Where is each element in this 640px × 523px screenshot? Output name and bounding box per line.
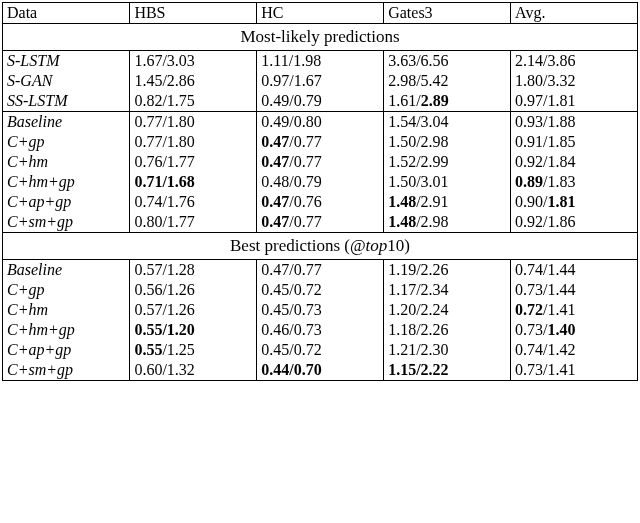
- row-label: C+ap+gp: [3, 192, 130, 212]
- table-row: C+sm+gp 0.60/1.32 0.44/0.70 1.15/2.22 0.…: [3, 360, 638, 381]
- row-label: C+hm: [3, 300, 130, 320]
- cell-hbs: 0.71/1.68: [130, 172, 257, 192]
- cell-hc: 0.45/0.72: [257, 280, 384, 300]
- cell-gates3: 1.21/2.30: [384, 340, 511, 360]
- col-gates3: Gates3: [384, 3, 511, 24]
- bottom-rule: [3, 381, 638, 382]
- cell-hc: 0.97/1.67: [257, 71, 384, 91]
- cell-gates3: 1.61/2.89: [384, 91, 511, 112]
- cell-avg: 0.91/1.85: [511, 132, 638, 152]
- table-row: C+ap+gp 0.55/1.25 0.45/0.72 1.21/2.30 0.…: [3, 340, 638, 360]
- cell-avg: 0.73/1.40: [511, 320, 638, 340]
- cell-gates3: 1.54/3.04: [384, 112, 511, 133]
- table-row: Baseline 0.77/1.80 0.49/0.80 1.54/3.04 0…: [3, 112, 638, 133]
- cell-hbs: 0.60/1.32: [130, 360, 257, 381]
- table-row: C+hm 0.57/1.26 0.45/0.73 1.20/2.24 0.72/…: [3, 300, 638, 320]
- table-row: S-GAN 1.45/2.86 0.97/1.67 2.98/5.42 1.80…: [3, 71, 638, 91]
- table-body: Most-likely predictions S-LSTM 1.67/3.03…: [3, 24, 638, 382]
- section-title: Best predictions (@top10): [3, 233, 638, 260]
- cell-hbs: 0.82/1.75: [130, 91, 257, 112]
- cell-gates3: 1.52/2.99: [384, 152, 511, 172]
- cell-gates3: 1.48/2.98: [384, 212, 511, 233]
- cell-avg: 2.14/3.86: [511, 51, 638, 72]
- cell-hc: 0.47/0.77: [257, 152, 384, 172]
- section-header: Most-likely predictions: [3, 24, 638, 51]
- cell-hbs: 0.55/1.25: [130, 340, 257, 360]
- row-label: Baseline: [3, 260, 130, 281]
- row-label: C+gp: [3, 132, 130, 152]
- cell-hc: 0.47/0.77: [257, 212, 384, 233]
- row-label: Baseline: [3, 112, 130, 133]
- col-avg: Avg.: [511, 3, 638, 24]
- table-row: Baseline 0.57/1.28 0.47/0.77 1.19/2.26 0…: [3, 260, 638, 281]
- row-label: C+gp: [3, 280, 130, 300]
- cell-hbs: 0.57/1.26: [130, 300, 257, 320]
- cell-avg: 0.73/1.44: [511, 280, 638, 300]
- cell-hc: 0.44/0.70: [257, 360, 384, 381]
- table-row: SS-LSTM 0.82/1.75 0.49/0.79 1.61/2.89 0.…: [3, 91, 638, 112]
- cell-avg: 0.74/1.44: [511, 260, 638, 281]
- table-row: C+hm+gp 0.71/1.68 0.48/0.79 1.50/3.01 0.…: [3, 172, 638, 192]
- col-data: Data: [3, 3, 130, 24]
- cell-avg: 0.90/1.81: [511, 192, 638, 212]
- table-row: C+sm+gp 0.80/1.77 0.47/0.77 1.48/2.98 0.…: [3, 212, 638, 233]
- section-title: Most-likely predictions: [3, 24, 638, 51]
- section-header: Best predictions (@top10): [3, 233, 638, 260]
- cell-avg: 0.97/1.81: [511, 91, 638, 112]
- cell-gates3: 3.63/6.56: [384, 51, 511, 72]
- cell-hbs: 0.80/1.77: [130, 212, 257, 233]
- cell-gates3: 1.20/2.24: [384, 300, 511, 320]
- cell-gates3: 1.50/3.01: [384, 172, 511, 192]
- table-row: C+gp 0.56/1.26 0.45/0.72 1.17/2.34 0.73/…: [3, 280, 638, 300]
- table-row: C+hm+gp 0.55/1.20 0.46/0.73 1.18/2.26 0.…: [3, 320, 638, 340]
- cell-hbs: 0.55/1.20: [130, 320, 257, 340]
- cell-gates3: 1.15/2.22: [384, 360, 511, 381]
- cell-gates3: 1.50/2.98: [384, 132, 511, 152]
- row-label: C+sm+gp: [3, 360, 130, 381]
- table-row: S-LSTM 1.67/3.03 1.11/1.98 3.63/6.56 2.1…: [3, 51, 638, 72]
- row-label: C+sm+gp: [3, 212, 130, 233]
- cell-gates3: 2.98/5.42: [384, 71, 511, 91]
- cell-hbs: 0.76/1.77: [130, 152, 257, 172]
- cell-avg: 0.93/1.88: [511, 112, 638, 133]
- cell-hbs: 0.56/1.26: [130, 280, 257, 300]
- row-label: C+hm: [3, 152, 130, 172]
- cell-hbs: 1.67/3.03: [130, 51, 257, 72]
- cell-avg: 0.73/1.41: [511, 360, 638, 381]
- cell-gates3: 1.18/2.26: [384, 320, 511, 340]
- row-label: S-GAN: [3, 71, 130, 91]
- col-hbs: HBS: [130, 3, 257, 24]
- cell-hc: 0.45/0.73: [257, 300, 384, 320]
- cell-hc: 0.47/0.77: [257, 260, 384, 281]
- cell-hbs: 1.45/2.86: [130, 71, 257, 91]
- cell-hc: 0.45/0.72: [257, 340, 384, 360]
- cell-hc: 0.48/0.79: [257, 172, 384, 192]
- cell-avg: 0.74/1.42: [511, 340, 638, 360]
- row-label: S-LSTM: [3, 51, 130, 72]
- cell-hbs: 0.74/1.76: [130, 192, 257, 212]
- row-label: C+hm+gp: [3, 320, 130, 340]
- results-table: Data HBS HC Gates3 Avg. Most-likely pred…: [2, 2, 638, 381]
- row-label: C+hm+gp: [3, 172, 130, 192]
- cell-hc: 0.47/0.77: [257, 132, 384, 152]
- table-row: C+ap+gp 0.74/1.76 0.47/0.76 1.48/2.91 0.…: [3, 192, 638, 212]
- cell-hc: 0.49/0.79: [257, 91, 384, 112]
- cell-hbs: 0.77/1.80: [130, 132, 257, 152]
- cell-avg: 1.80/3.32: [511, 71, 638, 91]
- row-label: SS-LSTM: [3, 91, 130, 112]
- cell-hc: 1.11/1.98: [257, 51, 384, 72]
- cell-hc: 0.47/0.76: [257, 192, 384, 212]
- cell-avg: 0.92/1.84: [511, 152, 638, 172]
- cell-avg: 0.89/1.83: [511, 172, 638, 192]
- row-label: C+ap+gp: [3, 340, 130, 360]
- cell-avg: 0.72/1.41: [511, 300, 638, 320]
- header-row: Data HBS HC Gates3 Avg.: [3, 3, 638, 24]
- cell-gates3: 1.17/2.34: [384, 280, 511, 300]
- cell-hbs: 0.57/1.28: [130, 260, 257, 281]
- cell-hc: 0.49/0.80: [257, 112, 384, 133]
- cell-gates3: 1.19/2.26: [384, 260, 511, 281]
- table-row: C+gp 0.77/1.80 0.47/0.77 1.50/2.98 0.91/…: [3, 132, 638, 152]
- table-row: C+hm 0.76/1.77 0.47/0.77 1.52/2.99 0.92/…: [3, 152, 638, 172]
- cell-gates3: 1.48/2.91: [384, 192, 511, 212]
- col-hc: HC: [257, 3, 384, 24]
